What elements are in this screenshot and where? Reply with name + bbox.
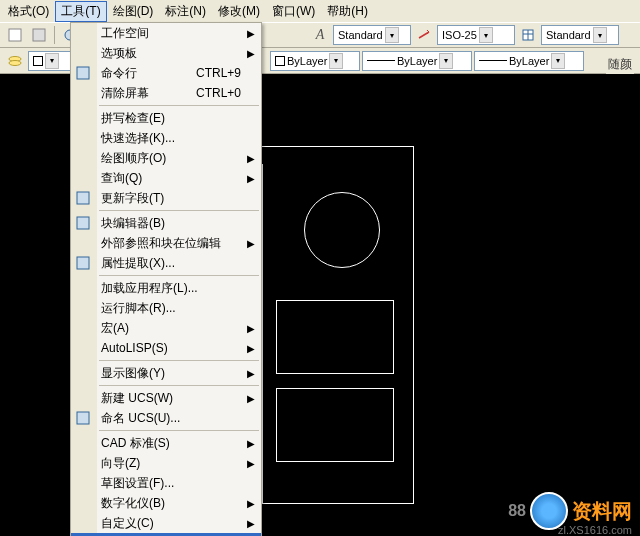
- color-combo[interactable]: ByLayer▾: [270, 51, 360, 71]
- dropdown-arrow-icon: ▾: [385, 27, 399, 43]
- menu-item-20[interactable]: 显示图像(Y)▶: [71, 363, 261, 383]
- tool-icon-2[interactable]: [28, 24, 50, 46]
- line-preview: [367, 60, 395, 61]
- submenu-arrow-icon: ▶: [247, 438, 255, 449]
- menu-item-17[interactable]: 宏(A)▶: [71, 318, 261, 338]
- menu-item-label: 外部参照和块在位编辑: [101, 235, 221, 252]
- menu-item-1[interactable]: 选项板▶: [71, 43, 261, 63]
- linetype-combo[interactable]: ByLayer▾: [362, 51, 472, 71]
- menu-item-18[interactable]: AutoLISP(S)▶: [71, 338, 261, 358]
- table-style-icon[interactable]: [517, 24, 539, 46]
- menu-item-23[interactable]: 命名 UCS(U)...: [71, 408, 261, 428]
- menu-item-0[interactable]: 工作空间▶: [71, 23, 261, 43]
- submenu-arrow-icon: ▶: [247, 238, 255, 249]
- attr-icon: [75, 255, 91, 271]
- watermark-digits: 88: [508, 502, 526, 520]
- svg-rect-0: [9, 29, 21, 41]
- menu-item-label: 命令行: [101, 65, 137, 82]
- menu-item-label: 显示图像(Y): [101, 365, 165, 382]
- menu-item-2[interactable]: 命令行CTRL+9: [71, 63, 261, 83]
- menu-item-label: 宏(A): [101, 320, 129, 337]
- drawing-circle: [304, 192, 380, 268]
- svg-rect-12: [77, 412, 89, 424]
- submenu-arrow-icon: ▶: [247, 48, 255, 59]
- submenu-arrow-icon: ▶: [247, 518, 255, 529]
- separator: [54, 26, 55, 44]
- refresh-icon: [75, 190, 91, 206]
- dropdown-arrow-icon: ▾: [479, 27, 493, 43]
- submenu-arrow-icon: ▶: [247, 173, 255, 184]
- dim-style-combo[interactable]: ISO-25▾: [437, 25, 515, 45]
- menu-item-29[interactable]: 自定义(C)▶: [71, 513, 261, 533]
- svg-rect-11: [77, 257, 89, 269]
- svg-rect-8: [77, 67, 89, 79]
- menu-shortcut: CTRL+0: [196, 86, 241, 100]
- drawing-rect-1: [276, 300, 394, 374]
- menu-item-16[interactable]: 运行脚本(R)...: [71, 298, 261, 318]
- menu-dimension[interactable]: 标注(N): [159, 1, 212, 22]
- submenu-arrow-icon: ▶: [247, 28, 255, 39]
- menu-window[interactable]: 窗口(W): [266, 1, 321, 22]
- menu-item-11[interactable]: 块编辑器(B): [71, 213, 261, 233]
- menu-item-label: 自定义(C): [101, 515, 154, 532]
- lineweight-combo[interactable]: ByLayer▾: [474, 51, 584, 71]
- tools-menu-dropdown: 工作空间▶选项板▶命令行CTRL+9清除屏幕CTRL+0拼写检查(E)快速选择(…: [70, 22, 262, 536]
- svg-rect-9: [77, 192, 89, 204]
- menu-item-13[interactable]: 属性提取(X)...: [71, 253, 261, 273]
- menu-modify[interactable]: 修改(M): [212, 1, 266, 22]
- dim-style-icon[interactable]: [413, 24, 435, 46]
- menu-item-label: 新建 UCS(W): [101, 390, 173, 407]
- line-preview: [479, 60, 507, 61]
- color-swatch: [33, 56, 43, 66]
- text-style-combo[interactable]: Standard▾: [333, 25, 411, 45]
- menu-format[interactable]: 格式(O): [2, 1, 55, 22]
- menu-item-12[interactable]: 外部参照和块在位编辑▶: [71, 233, 261, 253]
- submenu-arrow-icon: ▶: [247, 393, 255, 404]
- text-style-icon[interactable]: A: [309, 24, 331, 46]
- menu-item-label: 向导(Z): [101, 455, 140, 472]
- table-style-combo[interactable]: Standard▾: [541, 25, 619, 45]
- menu-tools[interactable]: 工具(T): [55, 1, 106, 22]
- menu-item-label: 命名 UCS(U)...: [101, 410, 180, 427]
- menu-item-label: 数字化仪(B): [101, 495, 165, 512]
- menubar: 格式(O) 工具(T) 绘图(D) 标注(N) 修改(M) 窗口(W) 帮助(H…: [0, 0, 640, 22]
- block-icon: [75, 215, 91, 231]
- layer-icon[interactable]: [4, 50, 26, 72]
- submenu-arrow-icon: ▶: [247, 498, 255, 509]
- submenu-arrow-icon: ▶: [247, 458, 255, 469]
- svg-rect-1: [33, 29, 45, 41]
- submenu-arrow-icon: ▶: [247, 368, 255, 379]
- menu-item-label: 拼写检查(E): [101, 110, 165, 127]
- layer-state-combo[interactable]: ▾: [28, 51, 76, 71]
- menu-item-15[interactable]: 加载应用程序(L)...: [71, 278, 261, 298]
- menu-item-label: 属性提取(X)...: [101, 255, 175, 272]
- menu-item-26[interactable]: 向导(Z)▶: [71, 453, 261, 473]
- cmd-icon: [75, 65, 91, 81]
- menu-item-9[interactable]: 更新字段(T): [71, 188, 261, 208]
- menu-item-25[interactable]: CAD 标准(S)▶: [71, 433, 261, 453]
- menu-item-22[interactable]: 新建 UCS(W)▶: [71, 388, 261, 408]
- menu-item-28[interactable]: 数字化仪(B)▶: [71, 493, 261, 513]
- menu-item-label: 更新字段(T): [101, 190, 164, 207]
- menu-item-8[interactable]: 查询(Q)▶: [71, 168, 261, 188]
- menu-item-label: CAD 标准(S): [101, 435, 170, 452]
- ucs-icon: [75, 410, 91, 426]
- menu-item-27[interactable]: 草图设置(F)...: [71, 473, 261, 493]
- text-style-value: Standard: [338, 29, 383, 41]
- menu-item-7[interactable]: 绘图顺序(O)▶: [71, 148, 261, 168]
- dim-style-value: ISO-25: [442, 29, 477, 41]
- menu-item-label: 选项板: [101, 45, 137, 62]
- menu-item-3[interactable]: 清除屏幕CTRL+0: [71, 83, 261, 103]
- submenu-arrow-icon: ▶: [247, 323, 255, 334]
- menu-item-6[interactable]: 快速选择(K)...: [71, 128, 261, 148]
- submenu-arrow-icon: ▶: [247, 343, 255, 354]
- menu-draw[interactable]: 绘图(D): [107, 1, 160, 22]
- menu-help[interactable]: 帮助(H): [321, 1, 374, 22]
- svg-rect-10: [77, 217, 89, 229]
- watermark-brand: 资料网: [572, 498, 632, 525]
- plot-style-label: 随颜: [606, 54, 634, 75]
- menu-item-5[interactable]: 拼写检查(E): [71, 108, 261, 128]
- dropdown-arrow-icon: ▾: [439, 53, 453, 69]
- menu-item-label: 查询(Q): [101, 170, 142, 187]
- tool-icon-1[interactable]: [4, 24, 26, 46]
